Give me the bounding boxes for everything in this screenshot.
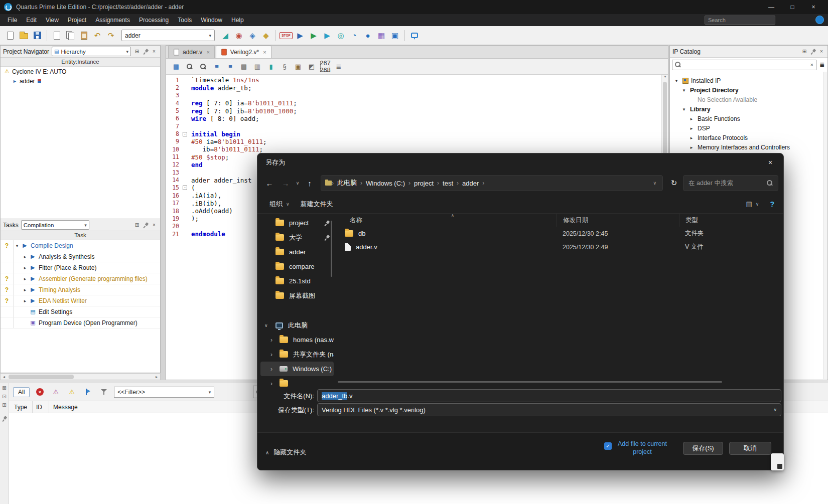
menu-assignments[interactable]: Assignments <box>91 15 134 26</box>
close-tab-icon[interactable]: × <box>206 49 209 55</box>
sidebar-item[interactable]: project <box>260 216 334 230</box>
file-blocks-icon[interactable]: ▦ <box>171 62 181 72</box>
breadcrumb-item[interactable]: Windows (C:) <box>362 180 408 187</box>
cut-icon[interactable] <box>51 30 63 42</box>
start-analysis-icon[interactable]: ▶ <box>308 30 320 42</box>
type-column-header[interactable]: Type <box>9 401 33 413</box>
horizontal-scrollbar[interactable]: ◂ ▸ <box>0 373 161 380</box>
task-row[interactable]: ?▾▶Compile Design <box>1 240 160 251</box>
breadcrumb-item[interactable]: adder <box>459 180 482 187</box>
tree-arrow[interactable]: ▾ <box>680 107 687 112</box>
message-filter-input[interactable]: <<Filter>> ▾ <box>114 387 214 398</box>
sidebar-item[interactable]: 屏幕截图 <box>260 288 334 303</box>
world-icon[interactable]: ● <box>362 30 374 42</box>
bookmark-icon[interactable]: ▮ <box>266 62 276 72</box>
type-column-header[interactable]: 类型 <box>679 214 784 227</box>
menu-tools[interactable]: Tools <box>173 15 196 26</box>
hierarchy-combobox[interactable]: ▤ Hierarchy ▾ <box>52 47 131 56</box>
pin-panel-icon[interactable] <box>142 48 149 55</box>
templates-icon[interactable]: ▣ <box>293 62 303 72</box>
undock-icon[interactable]: ⊞ <box>133 48 141 55</box>
id-column-header[interactable]: ID <box>33 401 49 413</box>
task-expand-arrow[interactable]: ▸ <box>22 254 29 259</box>
chevron-down-icon[interactable]: ∨ <box>264 323 268 328</box>
settings-icon[interactable]: ◈ <box>246 30 258 42</box>
indent-icon[interactable]: ≡ <box>212 62 222 72</box>
new-folder-button[interactable]: 新建文件夹 <box>298 198 336 211</box>
pin-planner-icon[interactable]: ◉ <box>233 30 245 42</box>
hide-folders-button[interactable]: ∧ 隐藏文件夹 <box>265 448 306 457</box>
dock-icon[interactable]: ⊡ <box>2 394 6 399</box>
filename-input[interactable]: adder_tb.v <box>317 389 781 402</box>
pin-panel-icon[interactable] <box>142 222 149 229</box>
message-column-header[interactable]: Message <box>49 404 78 411</box>
menu-window[interactable]: Window <box>196 15 227 26</box>
dialog-search-input[interactable]: 在 adder 中搜索 <box>683 175 778 191</box>
file-row[interactable]: adder.v2025/12/30 2:49V 文件 <box>332 240 784 254</box>
dialog-help-icon[interactable]: ? <box>770 200 774 208</box>
find-icon[interactable] <box>185 62 195 72</box>
name-column-header[interactable]: 名称 ∧ <box>332 214 557 227</box>
refresh-icon[interactable]: ↻ <box>667 176 681 190</box>
file-list-hscrollbar[interactable] <box>338 381 722 383</box>
ip-tree-item[interactable]: ▾Library <box>670 104 827 114</box>
sidebar-item-this-pc[interactable]: ∨ 此电脑 <box>260 318 334 332</box>
forward-icon[interactable]: → <box>279 176 293 190</box>
task-row[interactable]: ▸▶Fitter (Place & Route) <box>1 262 160 273</box>
breadcrumb[interactable]: ›此电脑›Windows (C:)›project›test›adder›∨ <box>321 175 663 191</box>
menu-processing[interactable]: Processing <box>134 15 173 26</box>
task-row[interactable]: ▸▶Analysis & Synthesis <box>1 251 160 262</box>
scroll-right-icon[interactable]: ▸ <box>153 375 160 379</box>
close-button[interactable]: × <box>803 0 824 14</box>
search-input[interactable]: Search <box>705 16 775 25</box>
outdent-icon[interactable]: ≡ <box>225 62 235 72</box>
sidebar-item[interactable]: 大学 <box>260 230 334 245</box>
tree-arrow[interactable]: ▸ <box>688 135 695 140</box>
menu-help[interactable]: Help <box>227 15 248 26</box>
task-expand-arrow[interactable]: ▸ <box>22 298 29 303</box>
help-icon[interactable] <box>815 16 824 24</box>
organize-button[interactable]: 组织 ∨ <box>266 198 293 211</box>
syntax-check-icon[interactable]: ◩ <box>307 62 317 72</box>
ip-tree-item[interactable]: ▸DSP <box>670 123 827 133</box>
breadcrumb-caret-icon[interactable]: ∨ <box>653 181 658 186</box>
pin-panel-icon[interactable] <box>809 48 816 55</box>
task-row[interactable]: ▤Edit Settings <box>1 306 160 317</box>
dialog-close-button[interactable]: × <box>759 153 781 172</box>
close-tab-icon[interactable]: × <box>263 49 266 55</box>
sidebar-item[interactable]: ›homes (nas.w <box>260 332 334 347</box>
comment-icon[interactable]: ▤ <box>239 62 249 72</box>
task-expand-arrow[interactable]: ▸ <box>22 276 29 281</box>
new-file-icon[interactable] <box>4 30 16 42</box>
task-row[interactable]: ▣Program Device (Open Programmer) <box>1 317 160 328</box>
ip-tree-item[interactable]: ▸Interface Protocols <box>670 133 827 142</box>
uncomment-icon[interactable]: ▥ <box>252 62 262 72</box>
flow-combobox[interactable]: Compilation ▾ <box>21 220 89 230</box>
task-row[interactable]: ?▸▶EDA Netlist Writer <box>1 295 160 306</box>
info-filter-icon[interactable] <box>82 386 94 398</box>
task-row[interactable]: ?▸▶Assembler (Generate programming files… <box>1 273 160 284</box>
redo-icon[interactable]: ↷ <box>105 30 117 42</box>
sidebar-item-partial[interactable]: › <box>260 376 334 387</box>
filetype-select[interactable]: Verilog HDL Files (*.v *.vlg *.verilog) … <box>317 403 781 416</box>
task-row[interactable]: ?▸▶Timing Analysis <box>1 284 160 295</box>
scroll-up-icon[interactable]: ▾ <box>662 75 668 81</box>
tree-arrow[interactable]: ▸ <box>688 145 695 150</box>
scroll-left-icon[interactable]: ◂ <box>1 375 8 379</box>
warning-filter-icon[interactable]: ⚠ <box>66 386 78 398</box>
ip-tree-item[interactable]: ▾Project Directory <box>670 85 827 95</box>
cancel-button[interactable]: 取消 <box>729 442 771 455</box>
whitespace-icon[interactable]: ≣ <box>334 62 344 72</box>
close-panel-icon[interactable]: ⊠ <box>2 385 6 391</box>
add-file-checkbox[interactable]: ✓ <box>604 442 612 450</box>
tree-arrow[interactable]: ▸ <box>688 116 695 121</box>
task-expand-arrow[interactable]: ▸ <box>22 287 29 292</box>
device-tree-item[interactable]: ⚠ Cyclone IV E: AUTO <box>1 67 160 76</box>
chat-icon[interactable] <box>408 30 421 42</box>
menu-edit[interactable]: Edit <box>22 15 41 26</box>
start-timing-icon[interactable]: ▶ <box>321 30 333 42</box>
close-panel-icon[interactable]: × <box>151 222 158 229</box>
instance-tree-item[interactable]: ► adder <box>1 76 160 86</box>
ip-tree-item[interactable]: ▾Installed IP <box>670 76 827 85</box>
ip-tree-item[interactable]: ▸Basic Functions <box>670 114 827 123</box>
